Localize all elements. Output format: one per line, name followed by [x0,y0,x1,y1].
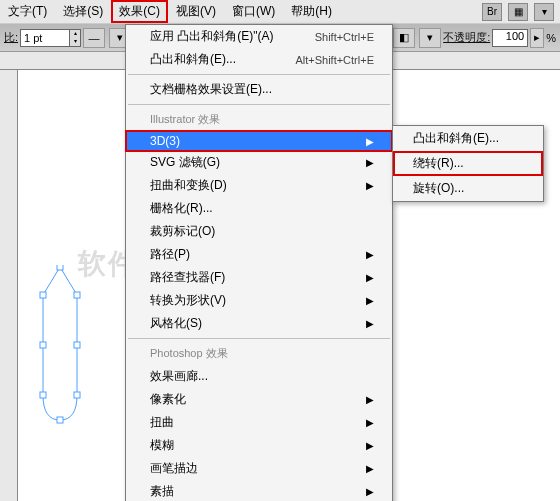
opacity-label: 不透明度: [443,30,490,45]
menu-header-photoshop: Photoshop 效果 [126,342,392,365]
submenu-arrow-icon: ▶ [366,157,374,168]
menu-window[interactable]: 窗口(W) [224,0,283,23]
menu-view[interactable]: 视图(V) [168,0,224,23]
menu-effect[interactable]: 效果(C) [111,0,168,23]
submenu-arrow-icon: ▶ [366,136,374,147]
submenu-arrow-icon: ▶ [366,463,374,474]
submenu-arrow-icon: ▶ [366,295,374,306]
style-dropdown[interactable]: ▾ [419,28,441,48]
menu-item-label: 扭曲和变换(D) [150,177,227,194]
menu-item[interactable]: 裁剪标记(O) [126,220,392,243]
menu-separator [128,104,390,105]
menu-item-shortcut: Alt+Shift+Ctrl+E [295,54,374,66]
svg-rect-4 [74,342,80,348]
menu-item-shortcut: Shift+Ctrl+E [315,31,374,43]
menu-item[interactable]: SVG 滤镜(G)▶ [126,151,392,174]
menu-item-label: 画笔描边 [150,460,198,477]
menu-item[interactable]: 转换为形状(V)▶ [126,289,392,312]
menu-item[interactable]: 模糊▶ [126,434,392,457]
menu-item-label: 路径查找器(F) [150,269,225,286]
submenu-item[interactable]: 凸出和斜角(E)... [393,126,543,151]
ruler-vertical [0,70,18,501]
menu-item-label: 3D(3) [150,134,180,148]
menu-last-effect[interactable]: 凸出和斜角(E)... Alt+Shift+Ctrl+E [126,48,392,71]
opacity-dropdown[interactable]: ▸ [530,28,544,48]
menu-item-label: 路径(P) [150,246,190,263]
brush-icon[interactable]: — [83,28,105,48]
selected-shape[interactable] [33,265,87,425]
menu-item-label: 栅格化(R)... [150,200,213,217]
svg-rect-7 [57,417,63,423]
menu-item-label: SVG 滤镜(G) [150,154,220,171]
menu-separator [128,338,390,339]
svg-rect-0 [40,292,46,298]
menu-item[interactable]: 3D(3)▶ [126,131,392,151]
svg-rect-1 [57,265,63,270]
menu-select[interactable]: 选择(S) [55,0,111,23]
submenu-arrow-icon: ▶ [366,440,374,451]
menu-apply-last[interactable]: 应用 凸出和斜角(E)"(A) Shift+Ctrl+E [126,25,392,48]
opacity-input[interactable]: 100 [492,29,528,47]
effect-menu: 应用 凸出和斜角(E)"(A) Shift+Ctrl+E 凸出和斜角(E)...… [125,24,393,501]
submenu-arrow-icon: ▶ [366,417,374,428]
submenu-3d: 凸出和斜角(E)...绕转(R)...旋转(O)... [392,125,544,202]
chevron-down-icon[interactable]: ▾ [534,3,554,21]
menu-separator [128,74,390,75]
stroke-input[interactable]: 1 pt [20,29,70,47]
menu-item[interactable]: 栅格化(R)... [126,197,392,220]
menu-doc-raster[interactable]: 文档栅格效果设置(E)... [126,78,392,101]
menu-item-label: 应用 凸出和斜角(E)"(A) [150,28,274,45]
menu-item-label: 凸出和斜角(E)... [150,51,236,68]
menu-header-illustrator: Illustrator 效果 [126,108,392,131]
menu-item-label: 文档栅格效果设置(E)... [150,81,272,98]
menu-item-label: 转换为形状(V) [150,292,226,309]
submenu-item[interactable]: 旋转(O)... [393,176,543,201]
menubar: 文字(T) 选择(S) 效果(C) 视图(V) 窗口(W) 帮助(H) Br ▦… [0,0,560,24]
menu-item-label: 像素化 [150,391,186,408]
svg-rect-2 [74,292,80,298]
menu-item[interactable]: 像素化▶ [126,388,392,411]
menu-text[interactable]: 文字(T) [0,0,55,23]
menu-item[interactable]: 画笔描边▶ [126,457,392,480]
stroke-stepper[interactable]: ▴▾ [69,29,81,47]
menu-item-label: 风格化(S) [150,315,202,332]
menu-item[interactable]: 素描▶ [126,480,392,501]
menu-item[interactable]: 风格化(S)▶ [126,312,392,335]
menu-item-label: 模糊 [150,437,174,454]
opacity-unit: % [546,32,556,44]
style-icon[interactable]: ◧ [393,28,415,48]
menu-item-label: 效果画廊... [150,368,208,385]
submenu-arrow-icon: ▶ [366,486,374,497]
stroke-label: 比: [4,30,18,45]
menu-help[interactable]: 帮助(H) [283,0,340,23]
submenu-arrow-icon: ▶ [366,318,374,329]
menubar-right: Br ▦ ▾ [482,3,560,21]
menu-item[interactable]: 扭曲和变换(D)▶ [126,174,392,197]
menu-item-label: 裁剪标记(O) [150,223,215,240]
submenu-arrow-icon: ▶ [366,249,374,260]
layout-icon[interactable]: ▦ [508,3,528,21]
bridge-icon[interactable]: Br [482,3,502,21]
menu-item-label: 素描 [150,483,174,500]
menu-item[interactable]: 路径(P)▶ [126,243,392,266]
menu-item[interactable]: 扭曲▶ [126,411,392,434]
submenu-arrow-icon: ▶ [366,180,374,191]
svg-rect-5 [40,392,46,398]
menu-item[interactable]: 效果画廊... [126,365,392,388]
submenu-item[interactable]: 绕转(R)... [393,151,543,176]
submenu-arrow-icon: ▶ [366,272,374,283]
menu-item-label: 扭曲 [150,414,174,431]
svg-rect-3 [40,342,46,348]
menu-item[interactable]: 路径查找器(F)▶ [126,266,392,289]
svg-rect-6 [74,392,80,398]
submenu-arrow-icon: ▶ [366,394,374,405]
